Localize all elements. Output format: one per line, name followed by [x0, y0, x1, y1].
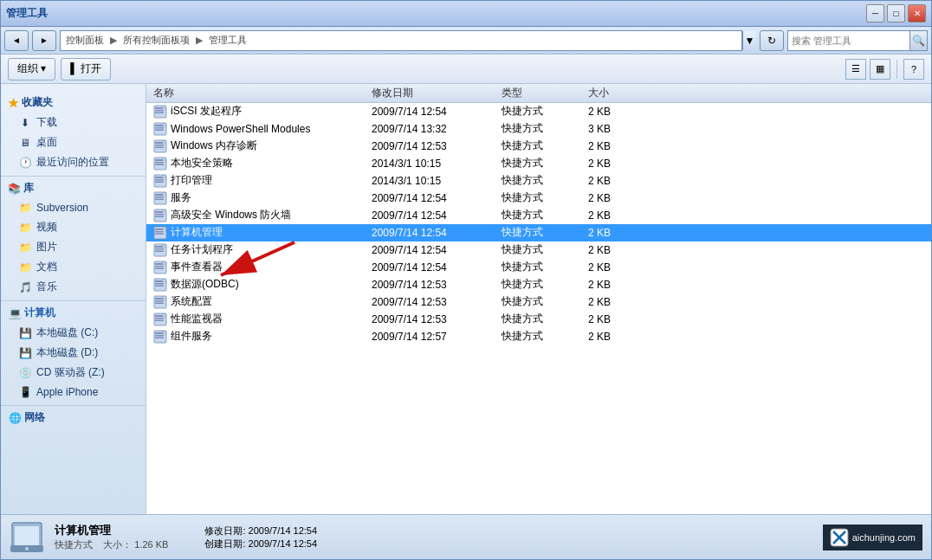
file-icon	[153, 139, 167, 153]
table-row[interactable]: 任务计划程序 2009/7/14 12:54 快捷方式 2 KB	[146, 241, 931, 259]
sidebar-item-drive-c[interactable]: 💾 本地磁盘 (C:)	[1, 323, 146, 343]
file-date: 2009/7/14 12:54	[372, 261, 502, 274]
table-row[interactable]: 高级安全 Windows 防火墙 2009/7/14 12:54 快捷方式 2 …	[146, 207, 931, 224]
file-icon	[153, 312, 167, 326]
minimize-button[interactable]: ─	[866, 4, 884, 23]
file-icon	[153, 209, 167, 222]
status-size-label: 大小：	[103, 539, 132, 550]
file-name: 系统配置	[171, 294, 212, 309]
table-row[interactable]: 打印管理 2014/3/1 10:15 快捷方式 2 KB	[146, 172, 931, 190]
table-row[interactable]: 服务 2009/7/14 12:54 快捷方式 2 KB	[146, 190, 931, 207]
breadcrumb-container: 控制面板 ▶ 所有控制面板项 ▶ 管理工具 ▼	[60, 30, 756, 51]
breadcrumb-part3[interactable]: 管理工具	[209, 35, 247, 45]
sidebar-item-drive-d[interactable]: 💾 本地磁盘 (D:)	[1, 343, 146, 363]
breadcrumb-dropdown[interactable]: ▼	[742, 31, 756, 50]
refresh-button[interactable]: ↻	[760, 30, 784, 51]
back-button[interactable]: ◄	[4, 30, 29, 51]
music-icon: 🎵	[18, 280, 32, 294]
help-button[interactable]: ?	[903, 59, 924, 80]
sidebar-computer-header[interactable]: 💻 计算机	[1, 300, 146, 323]
view-detail-button[interactable]: ▦	[870, 59, 890, 80]
column-date-header[interactable]: 修改日期	[372, 86, 502, 100]
file-name: 本地安全策略	[171, 156, 233, 171]
file-type: 快捷方式	[502, 208, 588, 222]
table-row[interactable]: 系统配置 2009/7/14 12:53 快捷方式 2 KB	[146, 293, 931, 311]
sidebar-item-desktop[interactable]: 🖥 桌面	[1, 132, 146, 152]
file-date: 2009/7/14 12:53	[372, 296, 502, 308]
status-modify-date: 2009/7/14 12:54	[249, 525, 318, 536]
file-size: 2 KB	[588, 175, 657, 187]
file-icon	[153, 243, 167, 257]
sidebar-network-header[interactable]: 🌐 网络	[1, 405, 146, 428]
library-label: 库	[23, 181, 34, 196]
svg-rect-38	[155, 233, 164, 235]
svg-rect-18	[155, 164, 164, 165]
breadcrumb-part1[interactable]: 控制面板	[66, 35, 104, 45]
table-row[interactable]: 事件查看器 2009/7/14 12:54 快捷方式 2 KB	[146, 259, 931, 276]
file-size: 2 KB	[588, 227, 657, 239]
sidebar-item-video[interactable]: 📁 视频	[1, 217, 146, 237]
file-date: 2009/7/14 12:53	[372, 313, 502, 325]
sidebar-item-recent[interactable]: 🕐 最近访问的位置	[1, 152, 146, 172]
file-type: 快捷方式	[502, 312, 588, 326]
file-type: 快捷方式	[502, 242, 588, 257]
status-modify-label: 修改日期:	[204, 525, 245, 536]
column-type-header[interactable]: 类型	[502, 86, 588, 100]
svg-rect-68	[155, 337, 164, 338]
search-container: 🔍	[787, 30, 928, 51]
table-row[interactable]: 计算机管理 2009/7/14 12:54 快捷方式 2 KB	[146, 224, 931, 241]
sidebar-downloads-label: 下载	[36, 115, 57, 130]
sidebar-drive-z-label: CD 驱动器 (Z:)	[36, 365, 105, 380]
search-button[interactable]: 🔍	[909, 31, 927, 50]
sidebar-item-iphone[interactable]: 📱 Apple iPhone	[1, 383, 146, 402]
file-size: 2 KB	[588, 158, 657, 170]
status-modify: 修改日期: 2009/7/14 12:54	[204, 525, 317, 537]
svg-rect-33	[155, 216, 164, 217]
file-name: 组件服务	[171, 329, 212, 344]
table-row[interactable]: Windows PowerShell Modules 2009/7/14 13:…	[146, 120, 931, 138]
sidebar-library-header[interactable]: 📚 库	[1, 176, 146, 198]
status-text-block: 计算机管理 快捷方式 大小： 1.26 KB	[55, 523, 168, 551]
sidebar-item-downloads[interactable]: ⬇ 下载	[1, 113, 146, 132]
file-size: 2 KB	[588, 106, 657, 118]
view-list-button[interactable]: ☰	[845, 59, 866, 80]
forward-button[interactable]: ►	[32, 30, 56, 51]
drive-d-icon: 💾	[18, 346, 32, 360]
sidebar-item-subversion[interactable]: 📁 Subversion	[1, 198, 146, 217]
column-size-header[interactable]: 大小	[588, 86, 657, 100]
close-button[interactable]: ✕	[908, 4, 926, 23]
main-content: ★ 收藏夹 ⬇ 下载 🖥 桌面 🕐 最近访问的位置	[1, 84, 931, 514]
table-row[interactable]: 组件服务 2009/7/14 12:57 快捷方式 2 KB	[146, 328, 931, 345]
table-row[interactable]: Windows 内存诊断 2009/7/14 12:53 快捷方式 2 KB	[146, 138, 931, 155]
title-bar: 管理工具 ─ □ ✕	[1, 1, 931, 27]
title-bar-left: 管理工具	[6, 6, 48, 21]
maximize-button[interactable]: □	[887, 4, 905, 23]
sidebar-item-pictures[interactable]: 📁 图片	[1, 237, 146, 257]
file-icon	[153, 122, 167, 136]
file-name: 任务计划程序	[171, 242, 233, 257]
network-icon: 🌐	[8, 411, 22, 425]
sidebar-item-drive-z[interactable]: 💿 CD 驱动器 (Z:)	[1, 363, 146, 383]
sidebar-item-documents[interactable]: 📁 文档	[1, 257, 146, 277]
svg-rect-23	[155, 181, 164, 183]
file-name: 服务	[171, 190, 191, 205]
column-name-header[interactable]: 名称	[146, 86, 372, 100]
open-button[interactable]: ▌ 打开	[61, 58, 111, 80]
breadcrumb-part2[interactable]: 所有控制面板项	[123, 35, 190, 45]
network-label: 网络	[24, 410, 45, 425]
table-row[interactable]: 性能监视器 2009/7/14 12:53 快捷方式 2 KB	[146, 311, 931, 328]
table-row[interactable]: 本地安全策略 2014/3/1 10:15 快捷方式 2 KB	[146, 155, 931, 172]
table-row[interactable]: iSCSI 发起程序 2009/7/14 12:54 快捷方式 2 KB	[146, 103, 931, 120]
search-input[interactable]	[788, 35, 909, 46]
status-create: 创建日期: 2009/7/14 12:54	[204, 537, 317, 550]
svg-rect-63	[155, 319, 164, 321]
sidebar-favorites-header[interactable]: ★ 收藏夹	[1, 91, 146, 113]
file-list-header: 名称 修改日期 类型 大小	[146, 84, 931, 103]
file-date: 2014/3/1 10:15	[372, 175, 502, 187]
file-icon	[153, 330, 167, 344]
sidebar-item-music[interactable]: 🎵 音乐	[1, 277, 146, 297]
file-type: 快捷方式	[502, 190, 588, 205]
file-date: 2009/7/14 12:53	[372, 140, 502, 152]
organize-button[interactable]: 组织 ▾	[8, 58, 55, 80]
table-row[interactable]: 数据源(ODBC) 2009/7/14 12:53 快捷方式 2 KB	[146, 276, 931, 293]
